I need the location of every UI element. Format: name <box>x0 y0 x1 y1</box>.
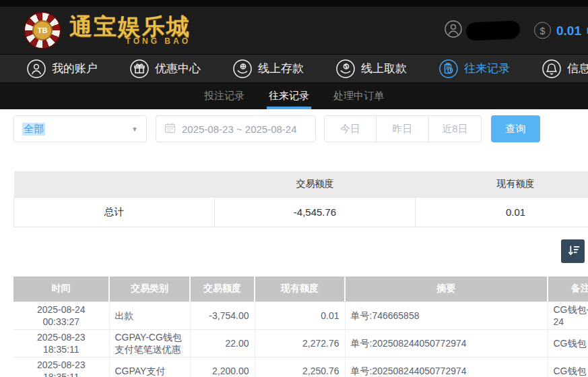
cell-remark: CG钱包 <box>548 357 588 377</box>
cell-remark: CG钱包 <box>548 330 588 357</box>
nav-label: 优惠中心 <box>155 61 201 76</box>
yesterday-button[interactable]: 昨日 <box>377 115 429 142</box>
type-dropdown[interactable]: 全部 ▼ <box>13 115 147 142</box>
table-header-row: 时间 交易类别 交易额度 现有额度 摘要 备注 <box>13 277 588 302</box>
gift-icon <box>130 59 149 78</box>
summary-transaction-total: -4,545.76 <box>215 197 416 227</box>
cell-summary: 单号:746665858 <box>345 302 548 330</box>
col-header-time: 时间 <box>13 277 109 302</box>
dollar-coin-icon: $ <box>534 22 551 39</box>
nav-item-my-account[interactable]: 我的账户 <box>27 59 98 78</box>
withdraw-hand-coin-icon <box>336 59 355 78</box>
username-redacted <box>466 20 521 40</box>
casino-chip-icon: TB <box>24 11 61 49</box>
summary-header-transaction: 交易额度 <box>215 171 416 197</box>
summary-total-label: 总计 <box>14 197 215 227</box>
summary-header-blank <box>14 171 215 197</box>
col-header-type: 交易类别 <box>109 277 190 302</box>
cell-type: 出款 <box>109 302 190 330</box>
cell-time: 2025-08-23 18:35:11 <box>13 357 109 377</box>
table-row: 2025-08-23 18:35:11 CGPAY支付 2,200.00 2,2… <box>13 357 588 377</box>
date-range-value: 2025-08-23 ~ 2025-08-24 <box>182 123 297 135</box>
transactions-table: 时间 交易类别 交易额度 现有额度 摘要 备注 2025-08-24 00:33… <box>13 277 588 377</box>
quick-date-group: 今日 昨日 近8日 <box>324 115 482 142</box>
sort-descending-button[interactable] <box>561 239 585 263</box>
brand-logo[interactable]: TB 通宝娱乐城 TONG BAO <box>0 11 191 49</box>
cell-balance: 0.01 <box>255 302 345 330</box>
nav-item-messages[interactable]: 信息公告 <box>542 59 588 78</box>
col-header-summary: 摘要 <box>345 277 548 302</box>
cell-type: CGPAY-CG钱包支付笔笔送优惠 <box>109 330 190 357</box>
nav-item-withdraw[interactable]: 线上取款 <box>336 59 407 78</box>
summary-balance-total: 0.01 <box>416 197 588 227</box>
content-area: 全部 ▼ 2025-08-23 ~ 2025-08-24 今日 昨日 近8日 查… <box>0 115 588 377</box>
summary-table: 交易额度 现有额度 总计 -4,545.76 0.01 <box>13 171 588 227</box>
sort-row <box>13 239 585 263</box>
cell-time: 2025-08-24 00:33:27 <box>13 302 109 330</box>
record-tabs: 投注记录 往来记录 处理中订单 <box>0 83 588 109</box>
nav-item-promotions[interactable]: 优惠中心 <box>130 59 201 78</box>
brand-subtitle: TONG BAO <box>126 36 191 46</box>
search-button[interactable]: 查询 <box>491 115 540 142</box>
col-header-amount: 交易额度 <box>190 277 255 302</box>
cell-remark: CG钱包- 24 <box>548 302 588 330</box>
nav-item-deposit[interactable]: 线上存款 <box>233 59 304 78</box>
chevron-down-icon: ▼ <box>131 125 138 133</box>
cell-amount: 2,200.00 <box>190 357 255 377</box>
tab-transaction-records[interactable]: 往来记录 <box>269 83 309 109</box>
main-nav: 我的账户 优惠中心 线上存款 线上 <box>0 54 588 83</box>
balance-amount: 0.01 <box>556 23 581 38</box>
nav-label: 我的账户 <box>52 61 98 76</box>
brand-title: 通宝娱乐城 <box>69 15 191 38</box>
cell-type: CGPAY支付 <box>109 357 190 377</box>
summary-total-row: 总计 -4,545.76 0.01 <box>14 197 588 227</box>
today-button[interactable]: 今日 <box>324 115 377 142</box>
bell-icon <box>542 59 561 78</box>
nav-label: 线上取款 <box>361 61 407 76</box>
records-clipboard-icon <box>439 59 458 78</box>
app-header: TB 通宝娱乐城 TONG BAO $ 0.01 RMB <box>0 7 588 54</box>
user-icon <box>445 20 462 40</box>
summary-header-balance: 现有额度 <box>416 171 588 197</box>
col-header-balance: 现有额度 <box>255 277 345 302</box>
top-strip <box>0 0 588 7</box>
nav-label: 信息公告 <box>567 61 588 76</box>
cell-amount: -3,754.00 <box>190 302 255 330</box>
table-row: 2025-08-23 18:35:11 CGPAY-CG钱包支付笔笔送优惠 22… <box>13 330 588 357</box>
cell-summary: 单号:202508244050772974 <box>345 357 548 377</box>
balance-display: $ 0.01 RMB <box>534 22 588 39</box>
filter-row: 全部 ▼ 2025-08-23 ~ 2025-08-24 今日 昨日 近8日 查… <box>13 115 575 142</box>
nav-item-transactions[interactable]: 往来记录 <box>439 59 510 78</box>
account-area[interactable] <box>445 20 520 40</box>
tab-bet-records[interactable]: 投注记录 <box>204 83 244 109</box>
date-range-input[interactable]: 2025-08-23 ~ 2025-08-24 <box>156 115 316 142</box>
summary-header-row: 交易额度 现有额度 <box>14 171 588 197</box>
sort-descending-icon <box>566 243 581 260</box>
table-row: 2025-08-24 00:33:27 出款 -3,754.00 0.01 单号… <box>13 302 588 330</box>
user-account-icon <box>27 59 46 78</box>
nav-label: 线上存款 <box>258 61 304 76</box>
type-dropdown-value: 全部 <box>22 123 45 136</box>
cell-summary: 单号:202508244050772974 <box>345 330 548 357</box>
tab-pending-orders[interactable]: 处理中订单 <box>333 83 384 109</box>
last-8-days-button[interactable]: 近8日 <box>429 115 482 142</box>
cell-balance: 2,250.76 <box>255 357 345 377</box>
nav-label: 往来记录 <box>464 61 510 76</box>
cell-balance: 2,272.76 <box>255 330 345 357</box>
cell-amount: 22.00 <box>190 330 255 357</box>
col-header-remark: 备注 <box>548 277 588 302</box>
calendar-icon <box>164 122 176 136</box>
chip-monogram: TB <box>32 20 53 40</box>
cell-time: 2025-08-23 18:35:11 <box>13 330 109 357</box>
deposit-hand-coin-icon <box>233 59 252 78</box>
